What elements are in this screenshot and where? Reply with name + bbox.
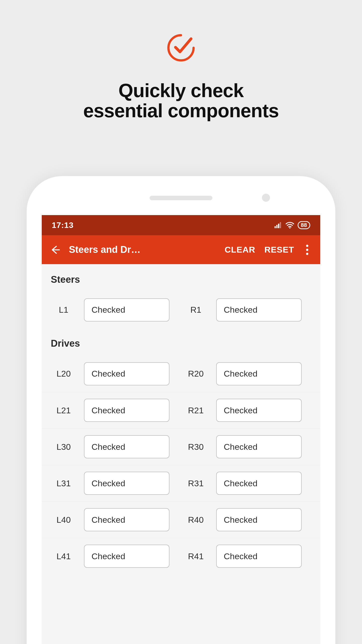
drives-left-cell: L41 Checked	[49, 545, 181, 568]
section-title-steers: Steers	[42, 264, 320, 292]
hero-section: Quickly check essential components	[0, 0, 362, 121]
hero-title-line2: essential components	[83, 100, 279, 121]
svg-rect-0	[275, 226, 276, 228]
status-select[interactable]: Checked	[84, 545, 169, 568]
wheel-label: L41	[49, 551, 78, 561]
svg-rect-2	[278, 224, 279, 228]
svg-rect-1	[276, 225, 278, 228]
status-select[interactable]: Checked	[216, 508, 302, 531]
overflow-menu-button[interactable]	[301, 242, 313, 257]
phone-speaker	[150, 196, 212, 200]
wheel-label: R20	[181, 369, 211, 379]
phone-frame: 17:13	[27, 176, 335, 644]
svg-point-7	[306, 253, 308, 255]
checkmark-circle-icon	[166, 33, 196, 63]
wheel-label: R1	[181, 305, 211, 315]
drives-row: L40 Checked R40 Checked	[42, 501, 320, 538]
drives-row: L30 Checked R30 Checked	[42, 428, 320, 465]
status-time: 17:13	[52, 221, 74, 230]
hero-title-line1: Quickly check	[118, 80, 244, 101]
wheel-label: R40	[181, 515, 211, 525]
drives-row: L20 Checked R20 Checked	[42, 355, 320, 392]
svg-point-5	[306, 245, 308, 247]
status-select[interactable]: Checked	[216, 298, 302, 321]
wheel-label: L31	[49, 478, 78, 488]
hero-title: Quickly check essential components	[83, 80, 279, 121]
content-area: Steers L1 Checked R1 Checked Drives L20 …	[42, 264, 320, 574]
drives-right-cell: R20 Checked	[181, 362, 313, 385]
wheel-label: R30	[181, 442, 211, 452]
svg-point-4	[289, 227, 290, 228]
back-button[interactable]	[46, 241, 64, 259]
status-select[interactable]: Checked	[84, 399, 169, 422]
drives-right-cell: R41 Checked	[181, 545, 313, 568]
app-bar: Steers and Dr… CLEAR RESET	[42, 235, 320, 264]
wheel-label: R31	[181, 478, 211, 488]
arrow-left-icon	[49, 244, 60, 255]
drives-left-cell: L21 Checked	[49, 399, 181, 422]
steers-left-cell: L1 Checked	[49, 298, 181, 321]
drives-row: L31 Checked R31 Checked	[42, 465, 320, 501]
wheel-label: L21	[49, 406, 78, 415]
drives-left-cell: L31 Checked	[49, 472, 181, 495]
drives-right-cell: R30 Checked	[181, 435, 313, 458]
wheel-label: L1	[49, 305, 78, 315]
status-right: 88	[275, 221, 310, 229]
status-bar: 17:13	[42, 215, 320, 235]
status-select[interactable]: Checked	[84, 508, 169, 531]
drives-row: L41 Checked R41 Checked	[42, 538, 320, 574]
drives-row: L21 Checked R21 Checked	[42, 392, 320, 428]
drives-right-cell: R31 Checked	[181, 472, 313, 495]
phone-screen: 17:13	[42, 215, 320, 644]
drives-right-cell: R40 Checked	[181, 508, 313, 531]
phone-bezel-top	[27, 176, 335, 215]
status-select[interactable]: Checked	[216, 399, 302, 422]
reset-button[interactable]: RESET	[260, 242, 299, 258]
more-vertical-icon	[306, 245, 308, 255]
wheel-label: L20	[49, 369, 78, 379]
phone-camera	[262, 194, 270, 202]
clear-button[interactable]: CLEAR	[220, 242, 260, 258]
drives-left-cell: L20 Checked	[49, 362, 181, 385]
battery-indicator: 88	[298, 221, 310, 229]
wifi-icon	[286, 222, 294, 228]
app-title: Steers and Dr…	[69, 244, 141, 255]
status-select[interactable]: Checked	[84, 472, 169, 495]
steers-row: L1 Checked R1 Checked	[42, 292, 320, 328]
drives-left-cell: L30 Checked	[49, 435, 181, 458]
drives-left-cell: L40 Checked	[49, 508, 181, 531]
status-select[interactable]: Checked	[216, 435, 302, 458]
status-select[interactable]: Checked	[216, 472, 302, 495]
wheel-label: L30	[49, 442, 78, 452]
wheel-label: L40	[49, 515, 78, 525]
status-select[interactable]: Checked	[84, 435, 169, 458]
svg-point-6	[306, 249, 308, 251]
section-title-drives: Drives	[42, 328, 320, 355]
wheel-label: R21	[181, 406, 211, 415]
signal-icon	[275, 222, 282, 228]
status-select[interactable]: Checked	[216, 362, 302, 385]
svg-rect-3	[280, 222, 281, 228]
status-select[interactable]: Checked	[216, 545, 302, 568]
status-select[interactable]: Checked	[84, 298, 169, 321]
wheel-label: R41	[181, 551, 211, 561]
drives-right-cell: R21 Checked	[181, 399, 313, 422]
steers-right-cell: R1 Checked	[181, 298, 313, 321]
status-select[interactable]: Checked	[84, 362, 169, 385]
